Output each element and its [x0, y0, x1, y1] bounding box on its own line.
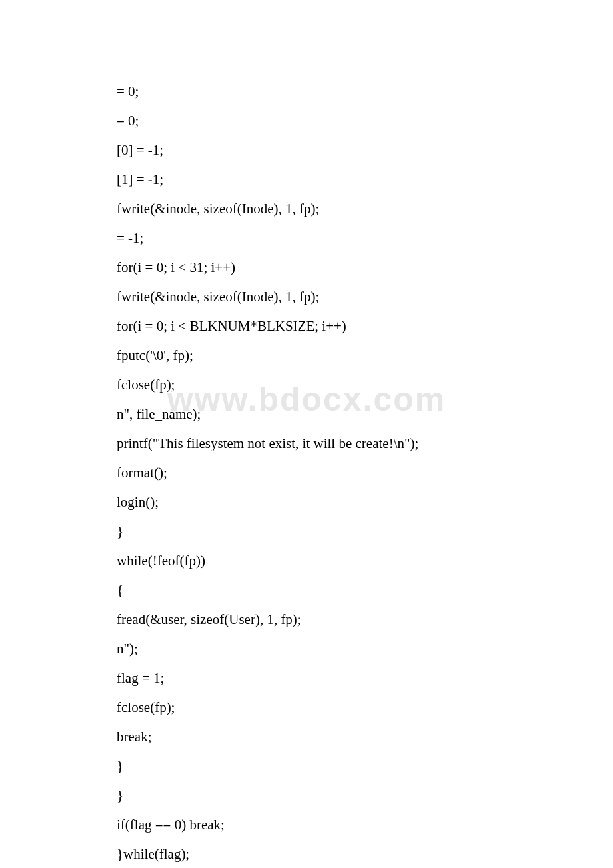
code-content: = 0; = 0; [0] = -1; [1] = -1; fwrite(&in…	[0, 0, 613, 868]
code-line: [0] = -1;	[117, 135, 496, 165]
code-line: = -1;	[117, 223, 496, 253]
code-line: fclose(fp);	[117, 370, 496, 399]
code-line: fread(&user, sizeof(User), 1, fp);	[117, 605, 496, 634]
code-line: }	[117, 517, 496, 546]
code-line: = 0;	[117, 77, 496, 106]
code-line: }while(flag);	[117, 839, 496, 868]
code-line: }	[117, 781, 496, 810]
code-line: n", file_name);	[117, 399, 496, 429]
code-line: fputc('\0', fp);	[117, 341, 496, 370]
code-line: fwrite(&inode, sizeof(Inode), 1, fp);	[117, 282, 496, 311]
code-line: fwrite(&inode, sizeof(Inode), 1, fp);	[117, 194, 496, 223]
code-line: format();	[117, 458, 496, 487]
code-line: login();	[117, 487, 496, 517]
code-line: = 0;	[117, 106, 496, 135]
code-line: for(i = 0; i < BLKNUM*BLKSIZE; i++)	[117, 311, 496, 341]
code-line: n");	[117, 634, 496, 663]
code-line: [1] = -1;	[117, 165, 496, 194]
code-line: fclose(fp);	[117, 693, 496, 722]
code-line: break;	[117, 722, 496, 751]
code-line: }	[117, 751, 496, 781]
code-line: printf("This filesystem not exist, it wi…	[117, 429, 496, 458]
code-line: if(flag == 0) break;	[117, 810, 496, 839]
code-line: flag = 1;	[117, 663, 496, 693]
code-line: for(i = 0; i < 31; i++)	[117, 253, 496, 282]
code-line: {	[117, 575, 496, 605]
code-line: while(!feof(fp))	[117, 546, 496, 575]
